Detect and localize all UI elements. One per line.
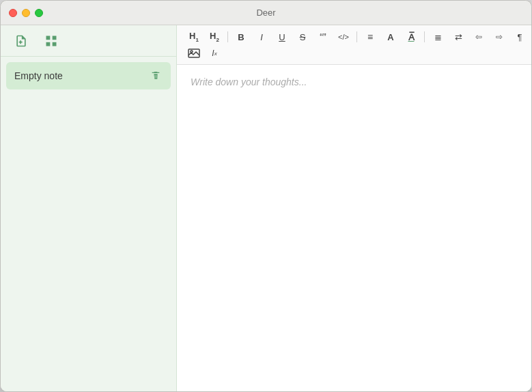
italic-button[interactable]: I xyxy=(253,29,270,44)
ordered-list-button[interactable]: ⇄ xyxy=(449,29,467,44)
grid-view-button[interactable] xyxy=(42,31,61,51)
note-item[interactable]: Empty note xyxy=(6,62,171,89)
minimize-button[interactable] xyxy=(22,9,30,17)
new-note-button[interactable] xyxy=(12,31,31,51)
strikethrough-button[interactable]: S xyxy=(294,29,311,44)
app-window: Deer xyxy=(0,0,532,392)
delete-note-button[interactable] xyxy=(149,69,163,83)
toolbar-row-1: H1 H2 B I U S “” </> ≡ A A̅ xyxy=(185,29,529,44)
separator-1 xyxy=(227,31,228,42)
note-item-title: Empty note xyxy=(14,70,63,81)
underline-button[interactable]: U xyxy=(273,29,291,44)
h1-button[interactable]: H1 xyxy=(185,29,203,44)
indent-increase-button[interactable]: ⇨ xyxy=(490,29,508,44)
editor-area: H1 H2 B I U S “” </> ≡ A A̅ xyxy=(177,25,531,391)
traffic-lights xyxy=(9,9,43,17)
align-left-button[interactable]: ≡ xyxy=(361,29,379,44)
bold-button[interactable]: B xyxy=(232,29,250,44)
clear-format-button[interactable]: Ix xyxy=(206,46,223,61)
window-title: Deer xyxy=(256,8,275,18)
notes-list: Empty note xyxy=(1,57,176,391)
h2-button[interactable]: H2 xyxy=(206,29,223,44)
editor-toolbar: H1 H2 B I U S “” </> ≡ A A̅ xyxy=(177,25,531,65)
pilcrow-button[interactable]: ¶ xyxy=(511,29,529,44)
blockquote-button[interactable]: “” xyxy=(314,29,332,44)
text-highlight-button[interactable]: A̅ xyxy=(402,29,420,44)
indent-decrease-button[interactable]: ⇦ xyxy=(470,29,488,44)
editor-content[interactable]: Write down your thoughts... xyxy=(177,65,531,391)
main-content: Empty note H1 H2 xyxy=(1,25,531,391)
code-button[interactable]: </> xyxy=(335,29,352,44)
insert-image-button[interactable] xyxy=(185,46,203,61)
titlebar: Deer xyxy=(1,1,531,25)
sidebar: Empty note xyxy=(1,25,177,391)
separator-3 xyxy=(424,31,425,42)
separator-2 xyxy=(356,31,357,42)
sidebar-toolbar xyxy=(1,25,176,57)
maximize-button[interactable] xyxy=(35,9,43,17)
editor-placeholder: Write down your thoughts... xyxy=(191,76,307,87)
unordered-list-button[interactable]: ≣ xyxy=(429,29,447,44)
close-button[interactable] xyxy=(9,9,17,17)
toolbar-row-2: Ix xyxy=(185,46,529,61)
text-color-button[interactable]: A xyxy=(382,29,400,44)
